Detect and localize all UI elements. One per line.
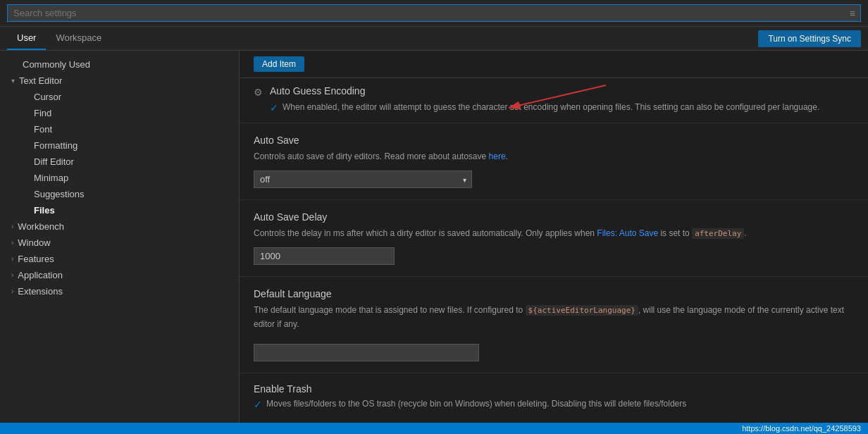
window-label: Window [18,237,50,248]
commonly-used-label: Commonly Used [23,59,90,70]
auto-save-delay-input[interactable] [254,247,395,265]
suggestions-label: Suggestions [34,189,85,199]
chevron-right-icon-workbench: › [11,223,13,230]
sidebar-item-minimap[interactable]: Minimap [0,170,239,186]
files-auto-save-link[interactable]: Files: Auto Save [597,228,658,238]
main-layout: Commonly Used ▾ Text Editor Cursor Find … [0,51,868,423]
font-label: Font [34,124,52,135]
chevron-right-icon-window: › [11,239,13,247]
sidebar: Commonly Used ▾ Text Editor Cursor Find … [0,51,240,423]
default-language-section: Default Language The default language mo… [240,277,868,373]
sync-button[interactable]: Turn on Settings Sync [758,30,861,47]
encoding-desc: ✓ When enabled, the editor will attempt … [270,101,854,116]
files-label: Files [34,205,55,216]
sidebar-item-extensions[interactable]: › Extensions [0,283,239,299]
chevron-right-icon-extensions: › [11,287,13,295]
sidebar-item-formatting[interactable]: Formatting [0,137,239,154]
check-icon: ✓ [270,101,278,116]
chevron-right-icon-application: › [11,271,13,279]
auto-save-link[interactable]: here [489,151,506,161]
auto-save-delay-section: Auto Save Delay Controls the delay in ms… [240,200,868,277]
sidebar-item-features[interactable]: › Features [0,251,239,267]
auto-save-dropdown[interactable]: off afterDelay onFocusChange onWindowCha… [254,170,472,188]
minimap-label: Minimap [34,173,68,183]
text-editor-label: Text Editor [19,75,62,86]
chevron-right-icon-features: › [11,255,13,263]
auto-save-delay-desc: Controls the delay in ms after which a d… [254,227,854,240]
after-delay-code: afterDelay [692,228,744,239]
enable-trash-title: Enable Trash [254,383,854,395]
encoding-content: Auto Guess Encoding ✓ When enabled, the … [270,85,854,116]
chevron-down-icon: ▾ [11,77,15,85]
sidebar-item-commonly-used[interactable]: Commonly Used [0,56,239,73]
tab-workspace[interactable]: Workspace [46,27,111,50]
enable-trash-row: ✓ Moves files/folders to the OS trash (r… [254,399,854,410]
auto-save-delay-title: Auto Save Delay [254,211,854,223]
active-editor-language-code: ${activeEditorLanguage} [526,305,638,316]
sidebar-item-find[interactable]: Find [0,105,239,121]
bottom-bar: https://blog.csdn.net/qq_24258593 [0,423,868,434]
encoding-title: Auto Guess Encoding [270,85,854,97]
sidebar-item-cursor[interactable]: Cursor [0,89,239,105]
tab-user[interactable]: User [7,27,46,50]
cursor-label: Cursor [34,92,61,102]
add-item-bar: Add Item [240,51,868,78]
bottom-url: https://blog.csdn.net/qq_24258593 [742,424,861,433]
sidebar-item-suggestions[interactable]: Suggestions [0,186,239,202]
auto-save-dropdown-wrapper: off afterDelay onFocusChange onWindowCha… [254,170,472,188]
auto-guess-encoding-section: ⚙ Auto Guess Encoding ✓ When enabled, th… [240,78,868,123]
tabs-row: User Workspace Turn on Settings Sync [0,27,868,51]
auto-save-desc: Controls auto save of dirty editors. Rea… [254,150,854,163]
extensions-label: Extensions [18,286,63,297]
diff-editor-label: Diff Editor [34,156,74,167]
search-input[interactable] [7,4,861,22]
auto-save-title: Auto Save [254,135,854,146]
trash-check-icon: ✓ [254,399,262,410]
sidebar-item-text-editor-group[interactable]: ▾ Text Editor [0,73,239,89]
find-label: Find [34,108,51,118]
sidebar-item-workbench[interactable]: › Workbench [0,218,239,235]
auto-save-section: Auto Save Controls auto save of dirty ed… [240,123,868,200]
workbench-label: Workbench [18,221,64,232]
gear-icon[interactable]: ⚙ [254,87,263,98]
search-bar-container: ≡ [0,0,868,27]
formatting-label: Formatting [34,140,78,151]
sidebar-item-files[interactable]: Files [0,202,239,218]
default-language-input[interactable] [254,344,479,361]
default-language-desc: The default language mode that is assign… [254,304,854,330]
application-label: Application [18,270,63,280]
add-item-button[interactable]: Add Item [254,56,304,72]
sidebar-item-window[interactable]: › Window [0,235,239,251]
tabs-left: User Workspace [7,27,111,50]
sidebar-item-font[interactable]: Font [0,121,239,137]
menu-icon: ≡ [850,8,855,19]
sidebar-item-diff-editor[interactable]: Diff Editor [0,154,239,170]
sidebar-item-application[interactable]: › Application [0,267,239,283]
default-language-title: Default Language [254,288,854,299]
features-label: Features [18,254,54,264]
content-area: Add Item ⚙ Auto Guess Encoding [240,51,868,423]
enable-trash-section: Enable Trash ✓ Moves files/folders to th… [240,373,868,420]
